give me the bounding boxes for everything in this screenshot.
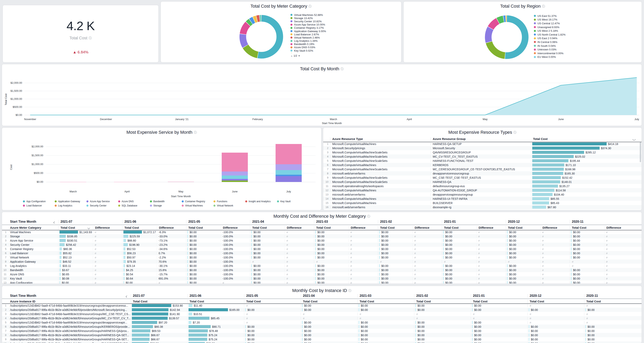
row-dimension-header[interactable]: Azure Instance ID: [2, 300, 131, 303]
legend-item[interactable]: Container Registry 3.17%: [290, 26, 326, 29]
legend-item[interactable]: Application Gateway: [55, 200, 86, 203]
legend-item[interactable]: US East 51.37%: [534, 14, 566, 18]
legend-item[interactable]: Load Balancer: [23, 204, 55, 207]
month-header[interactable]: 2021-02: [414, 294, 471, 298]
month-header[interactable]: 2020-11: [570, 220, 634, 224]
info-icon[interactable]: ⓘ: [348, 289, 351, 293]
legend-item[interactable]: US West 2 5.18%: [534, 29, 566, 33]
info-icon[interactable]: ⓘ: [89, 36, 92, 40]
total-cost-header[interactable]: Total Cost: [250, 226, 284, 229]
column-header-total-cost[interactable]: Total Cost: [531, 137, 640, 141]
legend-item[interactable]: Container Registry: [182, 200, 214, 203]
total-cost-header[interactable]: Total Cost: [414, 300, 471, 303]
bar-segment-virtual-machines[interactable]: [276, 144, 302, 164]
legend-item[interactable]: Virtual Machines: [182, 204, 214, 207]
legend-item[interactable]: IN South 0.04%: [534, 44, 566, 48]
total-cost-header[interactable]: Total Cost: [584, 300, 641, 303]
legend-item[interactable]: US East 2 0.94%: [534, 36, 566, 40]
difference-header[interactable]: Difference: [604, 226, 634, 229]
scroll-left-icon[interactable]: [126, 295, 128, 298]
total-cost-header[interactable]: Total Cost: [378, 226, 412, 229]
legend-item[interactable]: Virtual Network: [214, 204, 245, 207]
total-cost-header[interactable]: Total Cost: [471, 300, 528, 303]
difference-header[interactable]: Difference: [348, 226, 378, 229]
difference-header[interactable]: Difference: [540, 226, 570, 229]
bar-segment-storage[interactable]: [222, 171, 248, 176]
total-cost-header[interactable]: Total Cost: [528, 300, 584, 303]
bar-segment-application-gateway[interactable]: [222, 181, 248, 182]
vertical-scrollbar[interactable]: [640, 142, 641, 162]
legend-item[interactable]: IN Central 0.06%: [534, 40, 566, 44]
info-icon[interactable]: ⓘ: [367, 215, 370, 218]
legend-item[interactable]: Log Analytics: [55, 204, 86, 207]
month-header[interactable]: 2020-12: [506, 220, 570, 224]
region-donut[interactable]: [484, 14, 530, 60]
bar-segment-storage[interactable]: [276, 164, 302, 170]
total-cost-header[interactable]: Total Cost: [58, 226, 93, 229]
sort-chevron-icon[interactable]: [88, 227, 90, 229]
legend-item[interactable]: Azure App Service: [86, 200, 118, 203]
legend-item[interactable]: Key Vault 0.02%: [290, 49, 326, 52]
legend-item[interactable]: Functions 0.00%: [290, 52, 326, 53]
month-header[interactable]: 2021-04: [301, 294, 358, 298]
legend-item[interactable]: Bandwidth 0.19%: [290, 42, 326, 46]
legend-item[interactable]: US Central 12.47%: [534, 21, 566, 25]
scroll-left-icon[interactable]: [53, 221, 56, 224]
bar-segment-container-registry[interactable]: [276, 175, 302, 176]
legend-item[interactable]: Application Gateway 3.00%: [290, 29, 326, 33]
page-down-icon[interactable]: ▼: [298, 54, 300, 57]
month-header[interactable]: 2021-04: [250, 220, 314, 224]
difference-header[interactable]: Difference: [221, 226, 250, 229]
total-cost-header[interactable]: Total Cost: [570, 226, 604, 229]
month-header[interactable]: 2021-03: [314, 220, 378, 224]
bar-segment-security-center[interactable]: [222, 176, 248, 179]
legend-item[interactable]: EU West 0.00%: [534, 55, 566, 59]
total-cost-header[interactable]: Total Cost: [506, 226, 540, 229]
row-dimension-header[interactable]: Azure Meter Category: [2, 226, 58, 229]
legend-item[interactable]: Storage 13.42%: [290, 16, 326, 20]
legend-item[interactable]: Storage: [150, 204, 182, 207]
month-header[interactable]: 2020-11: [584, 294, 641, 298]
month-header[interactable]: 2021-03: [358, 294, 414, 298]
legend-item[interactable]: Functions: [214, 200, 245, 203]
month-header[interactable]: 2020-12: [528, 294, 584, 298]
legend-item[interactable]: Virtual Machines 52.88%: [290, 13, 326, 16]
total-cost-header[interactable]: Total Cost: [187, 300, 244, 303]
difference-header[interactable]: Difference: [157, 226, 186, 229]
month-header[interactable]: 2021-05: [186, 220, 250, 224]
page-up-icon[interactable]: ▲: [290, 54, 293, 57]
bar-segment-azure-app-service[interactable]: [276, 176, 302, 182]
total-cost-header[interactable]: Total Cost: [314, 226, 348, 229]
legend-item[interactable]: Security Center: [86, 204, 118, 207]
month-header[interactable]: 2021-02: [378, 220, 442, 224]
month-header[interactable]: 2021-06: [122, 220, 186, 224]
service-bar-chart[interactable]: $0.00$500.00$1,000.00$1,500.00$2,000.00M…: [2, 128, 321, 210]
legend-item[interactable]: Insight and Analytics: [245, 200, 277, 203]
legend-item[interactable]: Log Analytics 1.34%: [290, 39, 326, 42]
total-cost-header[interactable]: Total Cost: [122, 226, 157, 229]
legend-item[interactable]: Virtual Network 2.46%: [290, 36, 326, 39]
total-cost-header[interactable]: Total Cost: [358, 300, 414, 303]
legend-item[interactable]: Azure App Service 10.00%: [290, 23, 326, 26]
info-icon[interactable]: ⓘ: [514, 131, 516, 134]
legend-item[interactable]: App Configuration: [23, 200, 55, 203]
info-icon[interactable]: ⓘ: [308, 4, 312, 8]
difference-header[interactable]: Difference: [284, 226, 314, 229]
total-cost-header[interactable]: Total Cost: [131, 300, 187, 303]
column-header-azure-resource-group[interactable]: Azure Resource Group: [430, 137, 531, 141]
month-header[interactable]: 2021-07: [131, 294, 187, 298]
info-icon[interactable]: ⓘ: [542, 4, 545, 8]
month-header[interactable]: 2021-06: [187, 294, 244, 298]
legend-item[interactable]: Load Balancer 2.67%: [290, 33, 326, 36]
bar-segment-azure-app-service[interactable]: [222, 179, 248, 181]
legend-item[interactable]: Security Center 10.82%: [290, 20, 326, 23]
bar-segment-security-center[interactable]: [276, 170, 302, 175]
cost-by-month-area-chart[interactable]: $0.00$500.00$1,000.00$1,500.00$2,000.00N…: [2, 64, 642, 126]
meter-category-donut[interactable]: [238, 14, 284, 60]
sort-chevron-icon[interactable]: [632, 138, 636, 140]
total-cost-header[interactable]: Total Cost: [301, 300, 358, 303]
legend-item[interactable]: Azure DNS 0.03%: [290, 46, 326, 49]
legend-item[interactable]: Key Vault: [277, 200, 309, 203]
month-header[interactable]: 2021-07: [58, 220, 122, 224]
legend-item[interactable]: US North Central 1.82%: [534, 33, 566, 36]
